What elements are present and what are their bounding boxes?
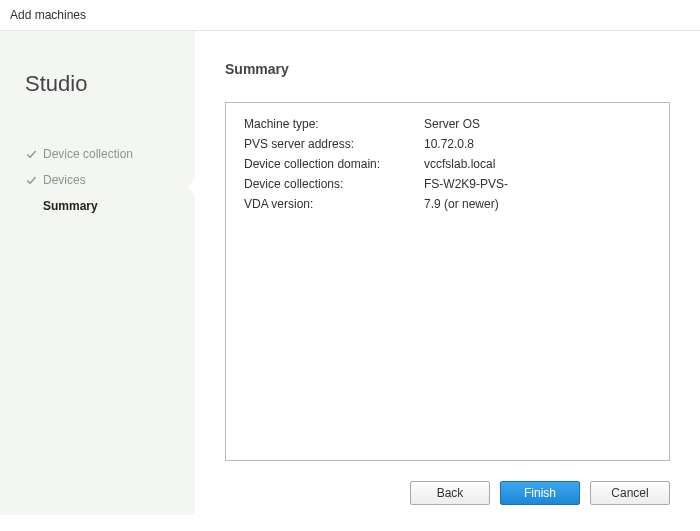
summary-row: Device collections: FS-W2K9-PVS-	[244, 177, 651, 191]
content-title: Summary	[225, 61, 670, 77]
back-button[interactable]: Back	[410, 481, 490, 505]
summary-row: PVS server address: 10.72.0.8	[244, 137, 651, 151]
step-device-collection[interactable]: Device collection	[25, 147, 175, 161]
summary-row: Device collection domain: vccfslab.local	[244, 157, 651, 171]
check-icon	[25, 174, 37, 186]
summary-row: Machine type: Server OS	[244, 117, 651, 131]
brand-title: Studio	[25, 71, 175, 97]
summary-value: 7.9 (or newer)	[424, 197, 651, 211]
check-icon	[25, 148, 37, 160]
button-row: Back Finish Cancel	[225, 471, 670, 505]
summary-box: Machine type: Server OS PVS server addre…	[225, 102, 670, 461]
step-summary[interactable]: Summary	[25, 199, 175, 213]
summary-value: 10.72.0.8	[424, 137, 651, 151]
summary-label: VDA version:	[244, 197, 424, 211]
step-label: Summary	[43, 199, 98, 213]
content-panel: Summary Machine type: Server OS PVS serv…	[195, 31, 700, 515]
wizard-notch	[187, 179, 195, 195]
step-list: Device collection Devices Summary	[25, 147, 175, 213]
step-label: Device collection	[43, 147, 133, 161]
step-devices[interactable]: Devices	[25, 173, 175, 187]
summary-label: Machine type:	[244, 117, 424, 131]
summary-value: FS-W2K9-PVS-	[424, 177, 651, 191]
cancel-button[interactable]: Cancel	[590, 481, 670, 505]
summary-label: PVS server address:	[244, 137, 424, 151]
finish-button[interactable]: Finish	[500, 481, 580, 505]
sidebar: Studio Device collection Devices Summary	[0, 31, 195, 515]
summary-value: vccfslab.local	[424, 157, 651, 171]
summary-label: Device collection domain:	[244, 157, 424, 171]
main-area: Studio Device collection Devices Summary…	[0, 30, 700, 515]
step-label: Devices	[43, 173, 86, 187]
summary-row: VDA version: 7.9 (or newer)	[244, 197, 651, 211]
window-title: Add machines	[0, 0, 700, 30]
summary-label: Device collections:	[244, 177, 424, 191]
summary-value: Server OS	[424, 117, 651, 131]
